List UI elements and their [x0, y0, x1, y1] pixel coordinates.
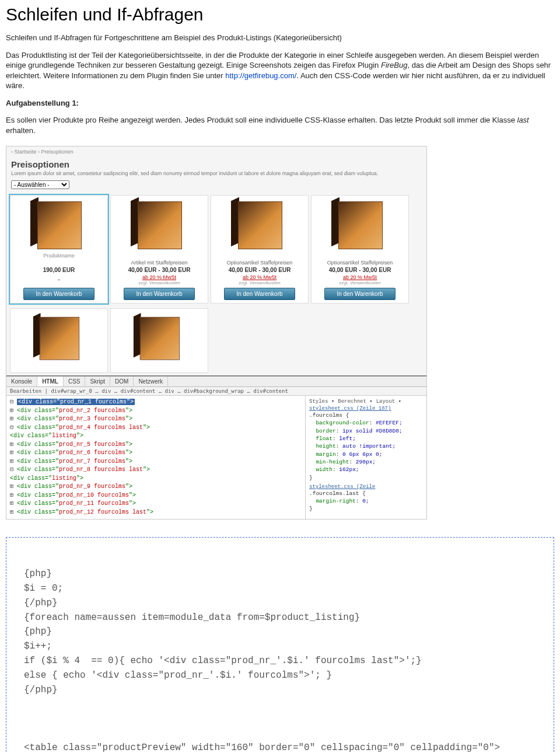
product-info: zzgl. Versandkosten: [313, 280, 407, 285]
product-image: [228, 198, 292, 250]
html-tree-line[interactable]: ⊞ <div class="prod_nr_2 fourcolms">: [10, 407, 302, 416]
product-info: zzgl. Versandkosten: [213, 280, 306, 285]
html-tree-line[interactable]: ⊞ <div class="prod_nr_11 fourcolms">: [10, 500, 302, 508]
product-name: [12, 260, 106, 266]
html-tree-line[interactable]: <div class="listing">: [10, 475, 302, 483]
firebug-tab[interactable]: Konsole: [6, 376, 37, 386]
firebug-html-tree: ⊟ <div class="prod_nr_1 fourcolms">⊞ <di…: [6, 396, 305, 519]
screenshot-lorem: Lorem ipsum dolor sit amet, consetetur s…: [6, 170, 426, 180]
screenshot-select[interactable]: - Auswählen -: [11, 180, 69, 189]
css-rule: background-color: #EFEFEF;: [309, 419, 423, 427]
firebug-tab[interactable]: Netzwerk: [134, 376, 168, 386]
product-price: 190,00 EUR: [12, 267, 106, 273]
product-image: [127, 198, 191, 250]
product-card: Artikel mit Staffelpreisen40,00 EUR - 30…: [110, 195, 208, 304]
css-file-link[interactable]: stylesheet.css (Zeile 187): [309, 406, 423, 412]
firebug-tab[interactable]: DOM: [110, 376, 134, 386]
product-card: Optionsartikel Staffelpreisen40,00 EUR -…: [311, 195, 409, 304]
product-name: Artikel mit Staffelpreisen: [113, 260, 206, 266]
product-info: [12, 280, 106, 285]
html-tree-line[interactable]: ⊞ <div class="prod_nr_3 fourcolms">: [10, 415, 302, 424]
html-tree-line[interactable]: ⊞ <div class="prod_nr_10 fourcolms">: [10, 491, 302, 500]
add-to-cart-button[interactable]: In den Warenkorb: [324, 288, 396, 300]
task-text-1: Es sollen vier Produkte pro Reihe angeze…: [6, 116, 517, 124]
css-rule: margin-right: 0;: [309, 497, 423, 505]
style-tab[interactable]: Berechnet ▾: [338, 398, 372, 405]
screenshot: › Startseite › Preisoptionen Preisoption…: [6, 146, 554, 520]
css-rule: height: auto !important;: [309, 442, 423, 450]
css-rule: width: 162px;: [309, 466, 423, 473]
product-row-2: [6, 306, 426, 375]
product-title: Produktname: [12, 253, 106, 259]
css-selector: .fourcolms.last {: [309, 490, 423, 497]
screenshot-window: › Startseite › Preisoptionen Preisoption…: [6, 146, 427, 520]
html-tree-line[interactable]: <div class="listing">: [10, 432, 302, 441]
intro-line: Schleifen und If-Abfragen für Fortgeschr…: [6, 33, 554, 43]
code-block: {php} $i = 0; {/php} {foreach name=ausse…: [6, 537, 554, 753]
firebug-name: FireBug: [381, 61, 408, 69]
screenshot-heading: Preisoptionen: [6, 157, 426, 170]
firebug-tab[interactable]: Skript: [85, 376, 110, 386]
product-info: zzgl. Versandkosten: [113, 280, 206, 285]
product-title: [113, 253, 206, 259]
product-card: [10, 308, 108, 373]
product-price: 40,00 EUR - 30,00 EUR: [213, 267, 306, 273]
product-price: 40,00 EUR - 30,00 EUR: [113, 267, 206, 273]
add-to-cart-button[interactable]: In den Warenkorb: [23, 288, 94, 300]
css-close: }: [309, 474, 423, 482]
html-tree-line[interactable]: ⊟ <div class="prod_nr_1 fourcolms">: [10, 398, 302, 407]
html-tree-line[interactable]: ⊞ <div class="prod_nr_5 fourcolms">: [10, 441, 302, 449]
task-text: Es sollen vier Produkte pro Reihe angeze…: [6, 115, 554, 135]
breadcrumb: › Startseite › Preisoptionen: [6, 147, 426, 157]
product-image: [328, 198, 392, 250]
css-rule: float: left;: [309, 435, 423, 442]
css-file-link[interactable]: stylesheet.css (Zeile: [309, 484, 423, 490]
product-card: Optionsartikel Staffelpreisen40,00 EUR -…: [211, 195, 309, 304]
product-image: [27, 198, 91, 250]
css-rule: min-height: 290px;: [309, 458, 423, 466]
product-name: Optionsartikel Staffelpreisen: [213, 260, 306, 266]
css-rule: margin: 0 6px 6px 0;: [309, 451, 423, 458]
css-rule: border: 1px solid #D8D8D8;: [309, 427, 423, 435]
firebug-tab[interactable]: HTML: [37, 376, 64, 386]
product-title: [213, 253, 306, 259]
add-to-cart-button[interactable]: In den Warenkorb: [224, 288, 295, 300]
html-tree-line[interactable]: ⊞ <div class="prod_nr_6 fourcolms">: [10, 449, 302, 458]
css-selector: .fourcolms {: [309, 412, 423, 419]
main-paragraph: Das Produktlisting ist der Teil der Kate…: [6, 50, 554, 91]
product-card: Produktname 190,00 EUR In den Warenkorb: [10, 195, 108, 304]
product-image: [30, 314, 88, 361]
product-row-1: Produktname 190,00 EUR In den Warenkorb …: [6, 193, 426, 306]
html-tree-line[interactable]: ⊟ <div class="prod_nr_8 fourcolms last">: [10, 466, 302, 475]
firebug-crumb: Bearbeiten | div#wrap_wr_0 … div … div#c…: [6, 387, 426, 396]
style-tab[interactable]: Layout ▾: [376, 398, 401, 405]
html-tree-line[interactable]: ⊞ <div class="prod_nr_12 fourcolms last"…: [10, 508, 302, 517]
html-tree-line[interactable]: ⊞ <div class="prod_nr_9 fourcolms">: [10, 483, 302, 491]
product-title: [313, 253, 407, 259]
page-title: Schleifen und If-Abfragen: [6, 5, 554, 25]
task-label: Aufgabenstellung 1:: [6, 98, 554, 109]
product-save: ab 20 % MwSt: [213, 274, 306, 280]
firebug-body: ⊟ <div class="prod_nr_1 fourcolms">⊞ <di…: [6, 396, 426, 519]
product-save: ab 20 % MwSt: [313, 274, 407, 280]
firebug-tab[interactable]: CSS: [64, 376, 86, 386]
firebug-tabs: KonsoleHTMLCSSSkriptDOMNetzwerk: [6, 376, 426, 387]
product-card: [110, 308, 208, 373]
style-tab[interactable]: Styles ▾: [309, 398, 334, 405]
html-tree-line[interactable]: ⊟ <div class="prod_nr_4 fourcolms last">: [10, 424, 302, 433]
task-last-class: last: [517, 116, 529, 124]
product-save: ab 20 % MwSt: [113, 274, 206, 280]
product-name: Optionsartikel Staffelpreisen: [313, 260, 407, 266]
task-text-2: erhalten.: [6, 126, 36, 135]
html-tree-line[interactable]: ⊞ <div class="prod_nr_7 fourcolms">: [10, 458, 302, 466]
product-save: [12, 274, 106, 280]
firebug-link[interactable]: http://getfirebug.com/: [225, 71, 296, 80]
product-price: 40,00 EUR - 30,00 EUR: [313, 267, 407, 273]
firebug-styles: Styles ▾Berechnet ▾Layout ▾ stylesheet.c…: [305, 396, 426, 519]
firebug-right-tabs: Styles ▾Berechnet ▾Layout ▾: [309, 398, 423, 405]
firebug-panel: KonsoleHTMLCSSSkriptDOMNetzwerk Bearbeit…: [6, 375, 426, 519]
css-close: }: [309, 505, 423, 513]
add-to-cart-button[interactable]: In den Warenkorb: [124, 288, 195, 300]
product-image: [131, 314, 188, 361]
